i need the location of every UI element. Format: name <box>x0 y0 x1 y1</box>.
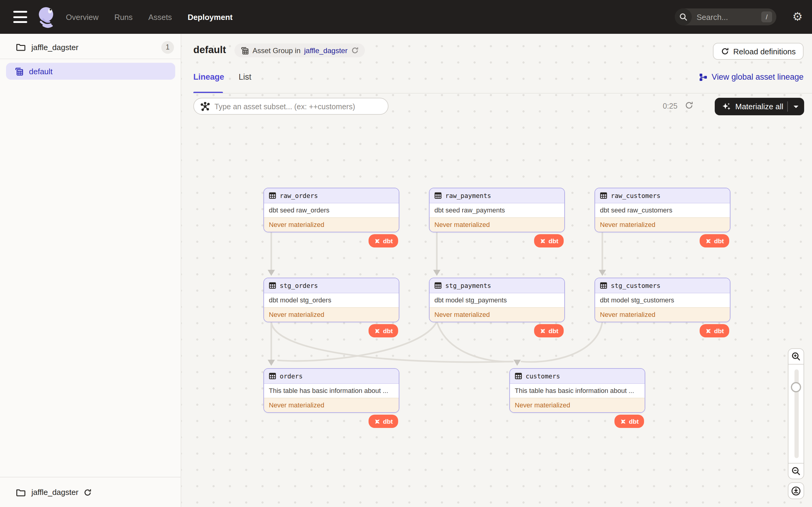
folder-icon <box>16 42 26 52</box>
graph-filter-icon <box>201 102 210 111</box>
sidebar-project-row[interactable]: jaffle_dagster 1 <box>0 36 181 58</box>
asset-subset-filter[interactable] <box>193 98 389 115</box>
breadcrumb-project-link[interactable]: jaffle_dagster <box>304 46 348 55</box>
asset-name: stg_payments <box>445 282 491 289</box>
dbt-badge[interactable]: dbt <box>700 324 729 337</box>
asset-node-raw-orders[interactable]: raw_orders dbt seed raw_orders Never mat… <box>263 188 399 232</box>
materialize-all-main[interactable]: Materialize all <box>715 102 787 111</box>
asset-node-stg-orders[interactable]: stg_orders dbt model stg_orders Never ma… <box>263 278 399 322</box>
asset-status: Never materialized <box>429 217 564 232</box>
chevron-down-icon <box>793 105 799 108</box>
asset-subset-input[interactable] <box>213 98 386 115</box>
dagster-app: Overview Runs Assets Deployment / ⚙ jaff… <box>0 0 812 507</box>
materialize-options-dropdown[interactable] <box>787 101 804 112</box>
dbt-logo-icon <box>374 418 380 425</box>
tab-lineage[interactable]: Lineage <box>193 72 224 84</box>
table-icon <box>435 192 442 199</box>
dbt-badge-label: dbt <box>383 237 393 244</box>
menu-icon[interactable] <box>13 11 28 23</box>
asset-node-customers[interactable]: customers This table has basic informati… <box>509 368 645 413</box>
refresh-icon[interactable] <box>351 47 359 54</box>
table-icon <box>269 373 276 380</box>
view-global-asset-lineage-label: View global asset lineage <box>712 72 804 81</box>
dbt-badge-label: dbt <box>629 418 639 425</box>
table-icon <box>600 192 607 199</box>
footer-project-name: jaffle_dagster <box>32 488 79 497</box>
dbt-badge-label: dbt <box>549 327 559 334</box>
zoom-controls <box>788 348 804 479</box>
asset-description: This table has basic information about .… <box>510 384 645 398</box>
refresh-icon[interactable] <box>684 101 694 110</box>
asset-description: This table has basic information about .… <box>264 384 399 398</box>
dbt-badge-label: dbt <box>383 327 393 334</box>
asset-group-count-badge: 1 <box>161 41 174 53</box>
tab-list[interactable]: List <box>239 72 251 84</box>
dagster-logo-icon[interactable] <box>36 5 59 30</box>
asset-description: dbt model stg_orders <box>264 293 399 307</box>
sparkle-icon <box>722 102 731 111</box>
zoom-slider-knob[interactable] <box>791 382 801 392</box>
sidebar-footer: jaffle_dagster <box>0 477 181 507</box>
materialize-all-label: Materialize all <box>735 102 783 111</box>
asset-name: orders <box>280 373 303 380</box>
asset-node-raw-customers[interactable]: raw_customers dbt seed raw_customers Nev… <box>595 188 730 232</box>
asset-name: customers <box>526 373 560 380</box>
asset-description: dbt model stg_customers <box>595 293 730 307</box>
dbt-badge[interactable]: dbt <box>368 415 398 428</box>
asset-description: dbt seed raw_customers <box>595 204 730 217</box>
materialize-all-button[interactable]: Materialize all <box>715 98 804 115</box>
table-icon <box>515 373 522 380</box>
asset-name: raw_payments <box>445 192 491 199</box>
zoom-slider[interactable] <box>788 364 804 463</box>
breadcrumb: Asset Group in jaffle_dagster <box>235 44 365 57</box>
asset-node-orders[interactable]: orders This table has basic information … <box>263 368 399 413</box>
refresh-icon[interactable] <box>83 488 92 496</box>
asset-group-icon <box>241 46 249 55</box>
dbt-logo-icon <box>374 237 380 244</box>
dbt-badge[interactable]: dbt <box>700 234 729 247</box>
nav-item-runs[interactable]: Runs <box>114 12 133 21</box>
dbt-logo-icon <box>374 327 380 334</box>
dbt-badge[interactable]: dbt <box>614 415 644 428</box>
search-icon <box>675 8 692 25</box>
zoom-in-button[interactable] <box>788 348 804 364</box>
nav-item-deployment[interactable]: Deployment <box>188 12 233 21</box>
asset-group-main: default Asset Group in jaffle_dagster Re… <box>181 34 812 507</box>
asset-group-icon <box>14 67 23 76</box>
folder-icon <box>16 488 26 497</box>
reload-definitions-button[interactable]: Reload definitions <box>713 43 804 60</box>
asset-status: Never materialized <box>264 307 399 322</box>
view-global-asset-lineage-link[interactable]: View global asset lineage <box>699 72 804 81</box>
asset-status: Never materialized <box>510 398 645 412</box>
dbt-badge-label: dbt <box>383 418 393 425</box>
zoom-out-button[interactable] <box>788 463 804 479</box>
asset-node-raw-payments[interactable]: raw_payments dbt seed raw_payments Never… <box>429 188 565 232</box>
dbt-badge[interactable]: dbt <box>368 324 398 337</box>
global-search[interactable]: / <box>675 8 776 25</box>
search-input[interactable] <box>692 12 761 21</box>
download-graph-button[interactable] <box>788 482 804 499</box>
asset-status: Never materialized <box>429 307 564 322</box>
dbt-logo-icon <box>705 327 712 334</box>
asset-name: stg_customers <box>611 282 660 289</box>
nav-item-assets[interactable]: Assets <box>148 12 172 21</box>
table-icon <box>435 282 442 289</box>
refresh-timer: 0:25 <box>663 102 677 110</box>
nav-item-overview[interactable]: Overview <box>66 12 98 21</box>
project-name: jaffle_dagster <box>32 43 79 52</box>
dbt-badge[interactable]: dbt <box>534 324 564 337</box>
dbt-logo-icon <box>540 327 546 334</box>
asset-name: stg_orders <box>280 282 318 289</box>
dbt-logo-icon <box>540 237 546 244</box>
asset-name: raw_orders <box>280 192 318 199</box>
sidebar-item-default-group[interactable]: default <box>6 63 175 80</box>
asset-node-stg-customers[interactable]: stg_customers dbt model stg_customers Ne… <box>595 278 730 322</box>
gear-icon[interactable]: ⚙ <box>791 10 804 23</box>
dbt-badge[interactable]: dbt <box>534 234 564 247</box>
dbt-badge[interactable]: dbt <box>368 234 398 247</box>
sidebar-item-label: default <box>29 67 53 76</box>
asset-node-stg-payments[interactable]: stg_payments dbt model stg_payments Neve… <box>429 278 565 322</box>
asset-description: dbt model stg_payments <box>429 293 564 307</box>
breadcrumb-type-label: Asset Group in <box>253 46 301 55</box>
asset-description: dbt seed raw_payments <box>429 204 564 217</box>
